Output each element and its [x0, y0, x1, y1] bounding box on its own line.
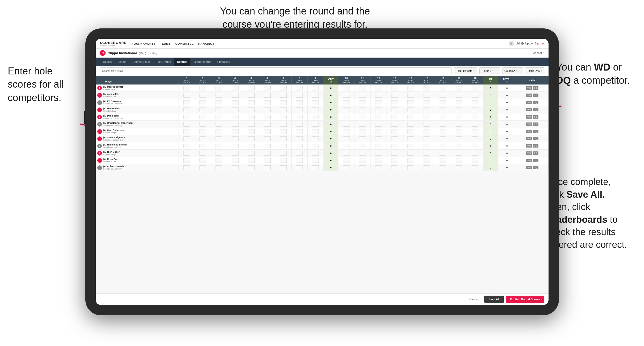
hole-8-input[interactable] — [296, 165, 303, 170]
hole-16-input[interactable] — [440, 129, 446, 134]
hole-11-input[interactable] — [359, 115, 366, 119]
hole-5-input[interactable] — [248, 86, 255, 90]
score-cell-hole-12[interactable] — [371, 157, 387, 164]
hole-3-input[interactable] — [216, 151, 222, 156]
score-cell-hole-1[interactable] — [179, 150, 195, 157]
hole-12-input[interactable] — [375, 93, 382, 98]
score-cell-hole-14[interactable] — [403, 142, 419, 150]
score-cell-hole-5[interactable] — [243, 128, 259, 135]
hole-1-input[interactable] — [183, 158, 190, 163]
wd-button[interactable]: WD — [526, 122, 532, 126]
nav-committee[interactable]: COMMITTEE — [175, 42, 194, 45]
hole-6-input[interactable] — [264, 165, 271, 170]
hole-10-input[interactable] — [343, 122, 350, 127]
hole-14-input[interactable] — [407, 107, 414, 112]
wd-button[interactable]: WD — [526, 137, 532, 140]
score-cell-hole-15[interactable] — [419, 157, 435, 164]
score-cell-hole-5[interactable] — [243, 84, 259, 92]
score-cell-hole-18[interactable] — [467, 113, 483, 121]
hole-4-input[interactable] — [232, 129, 239, 134]
hole-8-input[interactable] — [296, 93, 303, 98]
wd-button[interactable]: WD — [526, 144, 532, 148]
score-cell-hole-13[interactable] — [387, 164, 403, 171]
score-cell-hole-16[interactable] — [435, 142, 451, 150]
score-cell-hole-8[interactable] — [291, 142, 307, 150]
hole-6-input[interactable] — [264, 136, 271, 141]
hole-12-input[interactable] — [375, 136, 382, 141]
hole-16-input[interactable] — [440, 144, 446, 148]
score-cell-hole-10[interactable] — [338, 84, 354, 92]
score-cell-hole-8[interactable] — [291, 150, 307, 157]
hole-7-input[interactable] — [280, 158, 287, 163]
score-cell-hole-13[interactable] — [387, 135, 403, 142]
score-cell-hole-5[interactable] — [243, 121, 259, 128]
score-cell-hole-7[interactable] — [275, 150, 291, 157]
score-cell-hole-13[interactable] — [387, 142, 403, 150]
hole-4-input[interactable] — [232, 165, 239, 170]
hole-7-input[interactable] — [280, 136, 287, 141]
hole-18-input[interactable] — [472, 151, 478, 156]
score-cell-hole-17[interactable] — [451, 84, 467, 92]
wd-button[interactable]: WD — [526, 86, 532, 90]
hole-8-input[interactable] — [296, 115, 303, 119]
score-cell-hole-9[interactable] — [307, 92, 323, 99]
hole-3-input[interactable] — [216, 158, 222, 163]
tab-printables[interactable]: Printables — [214, 58, 233, 66]
hole-6-input[interactable] — [264, 158, 271, 163]
cancel-header-btn[interactable]: Cancel X — [533, 51, 544, 55]
score-cell-hole-10[interactable] — [338, 106, 354, 113]
score-cell-hole-9[interactable] — [307, 121, 323, 128]
hole-13-input[interactable] — [391, 86, 398, 90]
hole-11-input[interactable] — [359, 107, 366, 112]
hole-13-input[interactable] — [391, 93, 398, 98]
score-cell-hole-5[interactable] — [243, 99, 259, 106]
score-cell-hole-18[interactable] — [467, 164, 483, 171]
score-cell-hole-4[interactable] — [227, 142, 243, 150]
hole-16-input[interactable] — [440, 93, 446, 98]
score-cell-hole-12[interactable] — [371, 128, 387, 135]
hole-13-input[interactable] — [391, 151, 398, 156]
hole-4-input[interactable] — [232, 122, 239, 127]
hole-2-input[interactable] — [199, 158, 206, 163]
hole-4-input[interactable] — [232, 86, 239, 90]
filter-team-btn[interactable]: Filter by team ▾ — [454, 67, 477, 74]
hole-12-input[interactable] — [375, 122, 382, 127]
hole-2-input[interactable] — [199, 144, 206, 148]
score-cell-hole-8[interactable] — [291, 164, 307, 171]
hole-11-input[interactable] — [359, 100, 366, 105]
hole-4-input[interactable] — [232, 115, 239, 119]
hole-16-input[interactable] — [440, 136, 446, 141]
score-cell-hole-16[interactable] — [435, 99, 451, 106]
hole-15-input[interactable] — [424, 122, 430, 127]
hole-9-input[interactable] — [312, 107, 319, 112]
hole-1-input[interactable] — [183, 100, 190, 105]
hole-12-input[interactable] — [375, 129, 382, 134]
hole-9-input[interactable] — [312, 136, 319, 141]
hole-13-input[interactable] — [391, 136, 398, 141]
score-cell-hole-8[interactable] — [291, 128, 307, 135]
hole-18-input[interactable] — [472, 129, 478, 134]
hole-1-input[interactable] — [183, 122, 190, 127]
dq-button[interactable]: DQ — [533, 108, 538, 111]
score-cell-hole-11[interactable] — [354, 99, 371, 106]
score-cell-hole-4[interactable] — [227, 121, 243, 128]
score-cell-hole-3[interactable] — [211, 106, 227, 113]
hole-18-input[interactable] — [472, 100, 478, 105]
score-cell-hole-18[interactable] — [467, 106, 483, 113]
score-cell-hole-17[interactable] — [451, 92, 467, 99]
score-cell-hole-12[interactable] — [371, 99, 387, 106]
score-cell-hole-4[interactable] — [227, 92, 243, 99]
hole-7-input[interactable] — [280, 86, 287, 90]
score-cell-hole-15[interactable] — [419, 84, 435, 92]
score-cell-hole-11[interactable] — [354, 164, 371, 171]
score-cell-hole-10[interactable] — [338, 142, 354, 150]
score-cell-hole-12[interactable] — [371, 142, 387, 150]
score-cell-hole-5[interactable] — [243, 106, 259, 113]
score-cell-hole-12[interactable] — [371, 84, 387, 92]
hole-10-input[interactable] — [343, 107, 350, 112]
hole-6-input[interactable] — [264, 122, 271, 127]
hole-3-input[interactable] — [216, 93, 222, 98]
hole-11-input[interactable] — [359, 122, 366, 127]
hole-12-input[interactable] — [375, 144, 382, 148]
score-cell-hole-15[interactable] — [419, 92, 435, 99]
